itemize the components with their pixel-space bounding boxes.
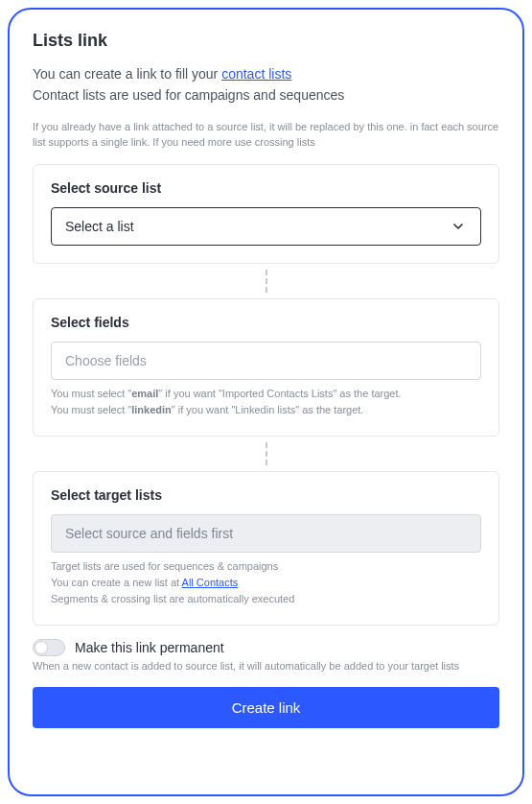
- fields-placeholder: Choose fields: [65, 353, 147, 368]
- permanent-label: Make this link permanent: [75, 640, 224, 655]
- fields-input[interactable]: Choose fields: [51, 342, 481, 380]
- create-link-button[interactable]: Create link: [33, 687, 499, 728]
- subtitle-prefix: You can create a link to fill your: [33, 66, 221, 82]
- connector-1: [33, 264, 499, 298]
- target-placeholder: Select source and fields first: [65, 526, 233, 541]
- chevron-down-icon: [450, 218, 467, 235]
- permanent-desc: When a new contact is added to source li…: [33, 660, 499, 672]
- source-card: Select source list Select a list: [33, 164, 499, 264]
- fields-hint-1: You must select "email" if you want "Imp…: [51, 386, 481, 402]
- target-hint-3: Segments & crossing list are automatical…: [51, 591, 481, 607]
- fields-hint-2: You must select "linkedin" if you want "…: [51, 402, 481, 418]
- source-select[interactable]: Select a list: [51, 207, 481, 246]
- dialog-container: Lists link You can create a link to fill…: [8, 8, 524, 796]
- all-contacts-link[interactable]: All Contacts: [182, 577, 239, 588]
- permanent-toggle[interactable]: [33, 639, 65, 656]
- target-select: Select source and fields first: [51, 514, 481, 553]
- permanent-row: Make this link permanent: [33, 639, 499, 656]
- target-hint-2: You can create a new list at All Contact…: [51, 575, 481, 591]
- subtitle-2: Contact lists are used for campaigns and…: [33, 85, 499, 105]
- fields-card: Select fields Choose fields You must sel…: [33, 298, 499, 437]
- contact-lists-link[interactable]: contact lists: [221, 66, 291, 82]
- toggle-knob: [35, 641, 48, 654]
- description: If you already have a link attached to a…: [33, 119, 499, 151]
- connector-2: [33, 437, 499, 471]
- source-select-label: Select a list: [65, 219, 134, 234]
- target-hint-1: Target lists are used for sequences & ca…: [51, 558, 481, 575]
- target-title: Select target lists: [51, 487, 481, 503]
- fields-title: Select fields: [51, 315, 481, 330]
- page-title: Lists link: [33, 31, 499, 51]
- source-title: Select source list: [51, 180, 481, 196]
- target-card: Select target lists Select source and fi…: [33, 471, 499, 626]
- subtitle-1: You can create a link to fill your conta…: [33, 64, 499, 83]
